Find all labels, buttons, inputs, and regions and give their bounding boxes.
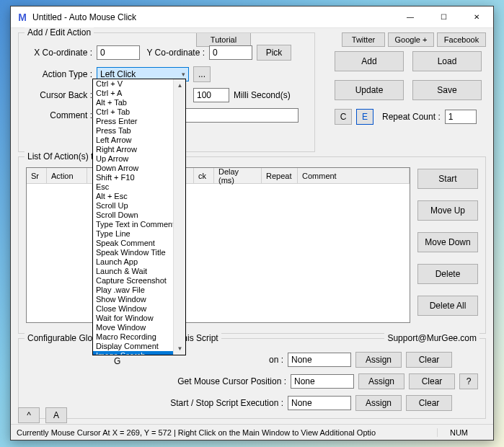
move-down-button[interactable]: Move Down	[417, 232, 478, 252]
window-title: Untitled - Auto Mouse Click	[32, 12, 394, 22]
status-numlock: NUM	[437, 428, 473, 437]
g-prefix: G	[114, 356, 120, 366]
dropdown-option[interactable]: Play .wav File	[93, 286, 174, 295]
action-type-label: Action Type :	[26, 69, 92, 79]
dropdown-option[interactable]: Ctrl + V	[93, 79, 174, 89]
clear1-button[interactable]: Clear	[406, 352, 452, 368]
e-button[interactable]: E	[356, 109, 373, 125]
dropdown-option[interactable]: Display Comment	[93, 342, 174, 351]
dropdown-option[interactable]: Alt + Esc	[93, 192, 174, 201]
nav-buttons: ^ A	[18, 407, 67, 423]
dropdown-option[interactable]: Type Line	[93, 229, 174, 239]
comment-label: Comment :	[26, 110, 92, 120]
dropdown-option[interactable]: Ctrl + A	[93, 89, 174, 98]
dropdown-scrollbar[interactable]: ▲ ▼	[173, 79, 185, 355]
delay-input[interactable]	[193, 88, 229, 102]
clear3-button[interactable]: Clear	[406, 395, 452, 411]
help-button[interactable]: ?	[459, 373, 478, 389]
dropdown-option[interactable]: Type Text in Comment	[93, 220, 174, 229]
delete-all-button[interactable]: Delete All	[417, 296, 478, 316]
assign1-button[interactable]: Assign	[355, 352, 402, 368]
col-delay[interactable]: Delay (ms)	[214, 168, 262, 183]
cursor-back-label: Cursor Back :	[26, 90, 92, 100]
global-hotkeys-group: Configurable Globa this Script Support@M…	[18, 338, 486, 419]
col-comment[interactable]: Comment	[298, 168, 410, 183]
action-table[interactable]: Sr Action ck Delay (ms) Repeat Comment	[26, 167, 410, 323]
add-button[interactable]: Add	[335, 51, 404, 71]
dropdown-option[interactable]: Shift + F10	[93, 173, 174, 182]
scroll-up-icon[interactable]: ▲	[174, 79, 186, 92]
right-button-column: Add Load Update Save C E Repeat Count :	[335, 51, 486, 130]
load-button[interactable]: Load	[412, 51, 482, 71]
assign2-button[interactable]: Assign	[358, 373, 404, 389]
facebook-button[interactable]: Facebook	[437, 32, 486, 47]
dropdown-option[interactable]: Scroll Up	[93, 201, 174, 211]
clear2-button[interactable]: Clear	[409, 373, 455, 389]
repeat-count-input[interactable]	[445, 110, 477, 124]
hotkey1-label: on :	[81, 355, 283, 365]
dropdown-option[interactable]: Alt + Tab	[93, 98, 174, 107]
action-extra-button[interactable]: ...	[193, 66, 211, 82]
y-coord-input[interactable]	[209, 45, 252, 60]
close-button[interactable]: ✕	[460, 6, 493, 28]
chevron-down-icon: ▾	[182, 71, 185, 78]
hotkey2-input[interactable]	[291, 374, 354, 389]
x-coord-input[interactable]	[97, 45, 140, 60]
dropdown-option[interactable]: Esc	[93, 182, 174, 192]
twitter-button[interactable]: Twitter	[342, 32, 385, 47]
dropdown-option[interactable]: Image Search	[93, 351, 174, 355]
dropdown-option[interactable]: Wait for Window	[93, 314, 174, 323]
nav-a-button[interactable]: A	[45, 407, 67, 423]
support-email: Support@MurGee.com	[384, 333, 479, 343]
maximize-button[interactable]: ☐	[427, 6, 460, 28]
assign3-button[interactable]: Assign	[355, 395, 402, 411]
google-plus-button[interactable]: Google +	[388, 32, 434, 47]
dropdown-option[interactable]: Launch & Wait	[93, 267, 174, 276]
statusbar: Currently Mouse Cursor At X = 269, Y = 5…	[11, 424, 493, 440]
col-sr[interactable]: Sr	[27, 168, 47, 183]
dropdown-option[interactable]: Show Window	[93, 295, 174, 304]
window-controls: — ☐ ✕	[394, 6, 493, 28]
col-ck[interactable]: ck	[194, 168, 214, 183]
save-button[interactable]: Save	[412, 80, 482, 100]
titlebar: M Untitled - Auto Mouse Click — ☐ ✕	[11, 6, 493, 28]
action-list-group: List Of Action(s) to Sr Action ck Delay …	[18, 156, 486, 334]
dropdown-option[interactable]: Right Arrow	[93, 145, 174, 154]
dropdown-option[interactable]: Up Arrow	[93, 154, 174, 164]
c-button[interactable]: C	[335, 109, 352, 125]
dropdown-option[interactable]: Speak Window Title	[93, 248, 174, 257]
move-up-button[interactable]: Move Up	[417, 200, 478, 221]
hotkey3-input[interactable]	[288, 396, 351, 410]
dropdown-option[interactable]: Macro Recording	[93, 332, 174, 342]
dropdown-option[interactable]: Press Tab	[93, 126, 174, 136]
dropdown-option[interactable]: Press Enter	[93, 117, 174, 126]
col-action[interactable]: Action	[47, 168, 87, 183]
action-type-selected: Left Click	[100, 69, 136, 79]
dropdown-option[interactable]: Move Window	[93, 323, 174, 332]
hotkey2-label: Get Mouse Cursor Position :	[84, 376, 286, 386]
add-edit-legend: Add / Edit Action	[25, 27, 94, 37]
dropdown-option[interactable]: Speak Comment	[93, 239, 174, 248]
table-side-buttons: Start Move Up Move Down Delete Delete Al…	[417, 167, 478, 323]
nav-up-button[interactable]: ^	[18, 407, 40, 423]
dropdown-option[interactable]: Down Arrow	[93, 164, 174, 173]
action-type-dropdown-list[interactable]: ▲ ▼ Ctrl + VCtrl + AAlt + TabCtrl + TabP…	[92, 79, 186, 355]
hotkey3-label: Start / Stop Script Execution :	[81, 398, 283, 408]
repeat-count-label: Repeat Count :	[382, 112, 441, 122]
minimize-button[interactable]: —	[394, 6, 427, 28]
dropdown-option[interactable]: Close Window	[93, 304, 174, 314]
dropdown-option[interactable]: Left Arrow	[93, 136, 174, 145]
dropdown-option[interactable]: Launch App	[93, 257, 174, 267]
dropdown-option[interactable]: Ctrl + Tab	[93, 107, 174, 117]
start-button[interactable]: Start	[417, 169, 478, 189]
dropdown-option[interactable]: Capture Screenshot	[93, 276, 174, 286]
delay-unit-label: Milli Second(s)	[234, 90, 291, 100]
col-repeat[interactable]: Repeat	[262, 168, 298, 183]
scroll-down-icon[interactable]: ▼	[174, 342, 186, 355]
dropdown-option[interactable]: Scroll Down	[93, 211, 174, 220]
update-button[interactable]: Update	[335, 80, 404, 100]
pick-button[interactable]: Pick	[257, 45, 291, 61]
hotkey1-input[interactable]	[288, 353, 351, 367]
x-coord-label: X Co-ordinate :	[26, 48, 92, 58]
delete-button[interactable]: Delete	[417, 264, 478, 284]
